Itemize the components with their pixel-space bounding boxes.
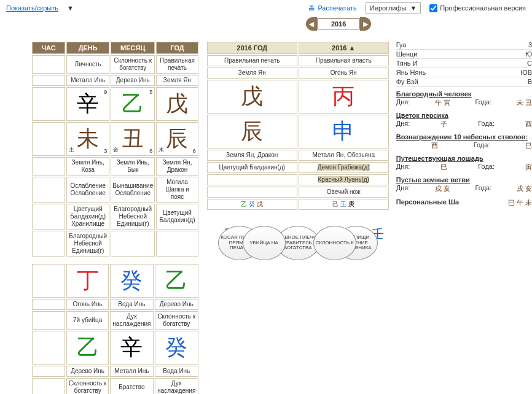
gods-diagram: 辛 辛 庚 己 戊 癸 壬 РАВНОЕ ПЛЕЧО ГРАБИТЕЛЬ БОГ… bbox=[206, 226, 390, 385]
chevron-down-icon: ▼ bbox=[67, 4, 74, 12]
printer-icon: 🖶 bbox=[308, 4, 315, 12]
print-link[interactable]: 🖶 Распечатать bbox=[308, 4, 356, 12]
pro-checkbox[interactable]: Профессиональная версия bbox=[429, 4, 526, 12]
node-bl: УБИЙЦА НА bbox=[243, 226, 286, 260]
info-panel: Гуа3 ШенциЮ Тянь ИС Янь НяньЮВ Фу ВэйВ Б… bbox=[396, 41, 532, 208]
year-prev[interactable]: ◄ bbox=[306, 17, 317, 31]
year-value: 2016 bbox=[317, 18, 360, 29]
lower-table: 丁 癸 乙 Огонь ИньВода ИньДерево Инь 7й уби… bbox=[31, 263, 200, 394]
display-select[interactable]: Иероглифы ▼ bbox=[366, 2, 421, 14]
pillars-table: ЧАС ДЕНЬ МЕСЯЦ ГОД ЛичностьСклонность к … bbox=[31, 41, 200, 258]
year-next[interactable]: ► bbox=[360, 17, 371, 31]
node-br: СКЛОННОСТЬ К bbox=[313, 226, 356, 260]
luck-table: 2016 ГОД 2016 ▲ Правильная печатьПравиль… bbox=[206, 41, 390, 211]
toggle-link[interactable]: Показать/скрыть bbox=[6, 4, 58, 12]
chevron-down-icon: ▼ bbox=[410, 4, 417, 12]
